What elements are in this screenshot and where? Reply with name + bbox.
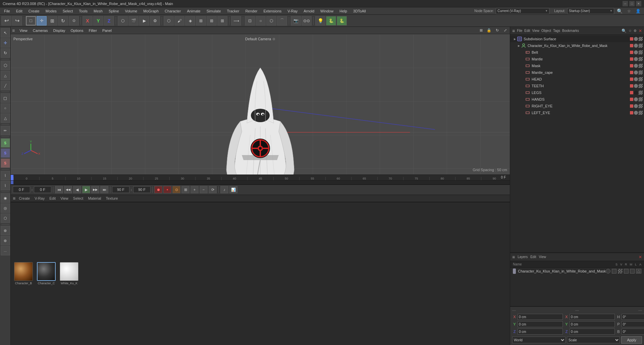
spline-select-button[interactable]: ⌒ (277, 16, 287, 26)
view-cube-button[interactable]: ⬡ (164, 16, 174, 26)
om-settings-icon[interactable]: ⚙ (634, 29, 637, 33)
lt-s2-button[interactable]: S (1, 148, 10, 158)
obj-row-legs[interactable]: LEGS (510, 89, 644, 96)
obj-row-belt[interactable]: Belt (510, 49, 644, 56)
snap-frame-button[interactable]: ⊞ (181, 186, 190, 193)
object-mode-button[interactable]: ⬡ (118, 16, 128, 26)
om-hamburger-icon[interactable]: ≡ (512, 28, 515, 34)
transport-plus-button[interactable]: + (191, 186, 199, 193)
lt-pen-button[interactable]: ✏ (1, 126, 10, 135)
tf-y-pos-input[interactable] (518, 321, 563, 327)
lasso-button[interactable]: ○ (256, 16, 266, 26)
mm-menu-select[interactable]: Select (72, 196, 85, 201)
layers-hamburger-icon[interactable]: ≡ (512, 254, 515, 260)
scale-mode-dropdown[interactable]: Scale (567, 337, 620, 343)
play-back-button[interactable]: ◀ (73, 186, 81, 193)
menu-mesh[interactable]: Mesh (91, 8, 105, 14)
lt-cone-button[interactable]: △ (1, 113, 10, 123)
lt-deform2-button[interactable]: ⌇ (1, 181, 10, 190)
x-axis-button[interactable]: X (83, 16, 93, 26)
om-menu-bookmarks[interactable]: Bookmarks (562, 29, 579, 33)
z-axis-button[interactable]: Z (104, 16, 114, 26)
current-frame-input[interactable] (13, 186, 30, 193)
lt-bottom1-button[interactable]: ⊛ (1, 226, 10, 235)
material-swatch-character-b[interactable]: Character_B (13, 262, 34, 285)
play-forward-button[interactable]: ▶▶ (91, 186, 99, 193)
scale-tool-button[interactable]: ⊞ (47, 16, 57, 26)
obj-row-subdivision[interactable]: ▶ Subdivision Surface (510, 36, 644, 42)
world-mode-dropdown[interactable]: World (512, 337, 566, 343)
menu-mograph[interactable]: MoGraph (141, 8, 161, 14)
tf-p-input[interactable] (622, 321, 644, 327)
vp-menu-filter[interactable]: Filter (87, 28, 99, 33)
lt-s1-button[interactable]: S (1, 138, 10, 148)
vp-lock-button[interactable]: 🔒 (486, 28, 492, 34)
start-frame-input[interactable] (34, 186, 51, 193)
polygon-select-button[interactable]: ⬡ (266, 16, 276, 26)
sculpt-button[interactable]: ◈ (185, 16, 195, 26)
tf-x-pos-input[interactable] (518, 314, 563, 320)
search-icon[interactable]: 🔍 (615, 8, 625, 14)
layers-menu-edit[interactable]: Edit (530, 255, 536, 259)
om-star-icon[interactable]: ☆ (629, 29, 632, 33)
layer-row-character[interactable]: Character_Ku_Klux_Klan_in_White_Robe_and… (510, 268, 644, 275)
vp-menu-options[interactable]: Options (69, 28, 86, 33)
om-close-icon[interactable]: ✕ (639, 29, 642, 33)
menu-tools[interactable]: Tools (76, 8, 90, 14)
user-icon[interactable]: 👤 (634, 9, 643, 13)
tf-b-input[interactable] (622, 329, 644, 335)
light-button[interactable]: 💡 (315, 16, 325, 26)
obj-row-mantle[interactable]: Mantle (510, 56, 644, 62)
obj-row-mask[interactable]: Mask (510, 62, 644, 69)
layers-menu-layers[interactable]: Layers (518, 255, 528, 259)
mm-menu-edit[interactable]: Edit (48, 196, 57, 201)
om-menu-tags[interactable]: Tags (553, 29, 560, 33)
record-auto-button[interactable]: ● (163, 186, 171, 193)
menu-volume[interactable]: Volume (122, 8, 140, 14)
om-menu-file[interactable]: File (517, 29, 522, 33)
arrow-button[interactable]: ⟶ (231, 16, 241, 26)
lt-rotate-button[interactable]: ↻ (1, 48, 10, 58)
obj-row-left-eye[interactable]: LEFT_EYE (510, 109, 644, 116)
select-all-button[interactable]: ⊡ (245, 16, 255, 26)
menu-animate[interactable]: Animate (184, 8, 203, 14)
menu-simulate[interactable]: Simulate (204, 8, 224, 14)
transport-minus-button[interactable]: − (200, 186, 208, 193)
mm-menu-texture[interactable]: Texture (105, 196, 119, 201)
tf-x-rot-input[interactable] (570, 314, 615, 320)
paint-button[interactable]: 🖌 (174, 16, 184, 26)
preview-end-input[interactable] (133, 186, 151, 193)
vp-refresh-button[interactable]: ↻ (494, 28, 500, 34)
record-button[interactable]: ⏺ (154, 186, 162, 193)
obj-row-mantle-cape[interactable]: Mantle_cape (510, 69, 644, 76)
vp-menu-display[interactable]: Display (51, 28, 67, 33)
lt-bottom3-button[interactable]: … (1, 246, 10, 255)
timeline-button[interactable]: 📊 (229, 186, 237, 193)
play-render-button[interactable]: ▶ (139, 16, 149, 26)
om-menu-view[interactable]: View (532, 29, 540, 33)
object-tree[interactable]: ▶ Subdivision Surface (510, 35, 644, 252)
obj-row-hands[interactable]: HANDS (510, 96, 644, 103)
film-render-button[interactable]: 🎬 (128, 16, 139, 26)
lt-move-button[interactable]: ✛ (1, 38, 10, 48)
menu-extensions[interactable]: Extensions (261, 8, 284, 14)
menu-render[interactable]: Render (243, 8, 260, 14)
obj-row-head[interactable]: HEAD (510, 76, 644, 83)
tf-h-input[interactable] (622, 314, 644, 320)
mm-menu-create[interactable]: Create (17, 196, 31, 201)
y-axis-button[interactable]: Y (93, 16, 103, 26)
render-settings-button[interactable]: ⚙ (150, 16, 160, 26)
vp-menu-panel[interactable]: Panel (100, 28, 114, 33)
play-button[interactable]: ▶ (82, 186, 90, 193)
array-button[interactable]: ⊞ (217, 16, 227, 26)
camera-button[interactable]: 📷 (291, 16, 301, 26)
obj-row-character[interactable]: ▶ Character_Ku_Klux_Klan_in_White_Robe_a… (510, 42, 644, 49)
menu-vray[interactable]: V-Ray (285, 8, 300, 14)
layers-menu-view[interactable]: View (539, 255, 546, 259)
lt-more2-button[interactable]: ◎ (1, 203, 10, 213)
mm-menu-vray[interactable]: V-Ray (33, 196, 46, 201)
menu-tracker[interactable]: Tracker (224, 8, 242, 14)
layout-dropdown[interactable]: Startup (User) ▼ (567, 8, 614, 14)
go-end-button[interactable]: ⏭ (100, 186, 108, 193)
audio-button[interactable]: ♪ (220, 186, 228, 193)
